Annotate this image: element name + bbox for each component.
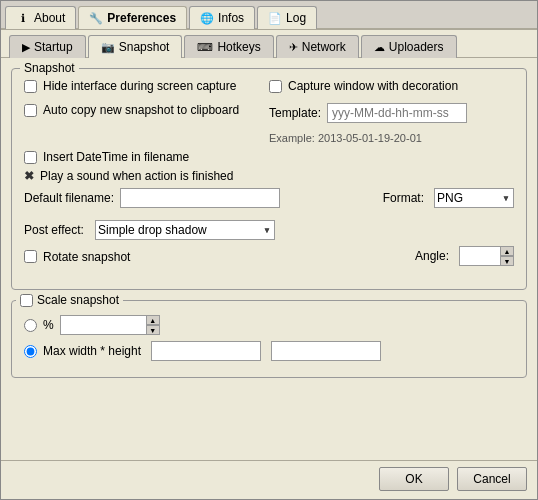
ok-button[interactable]: OK (379, 467, 449, 491)
cancel-button[interactable]: Cancel (457, 467, 527, 491)
play-sound-label: Play a sound when action is finished (40, 169, 233, 183)
snapshot-group-title: Snapshot (20, 61, 79, 75)
angle-up-button[interactable]: ▲ (500, 246, 514, 256)
bottom-bar: OK Cancel (1, 460, 537, 499)
auto-copy-label: Auto copy new snapshot to clipboard (43, 103, 239, 117)
capture-window-row: Capture window with decoration (269, 79, 458, 93)
right-template: Template: Example: 2013-05-01-19-20-01 (269, 103, 514, 145)
tab-hotkeys-label: Hotkeys (217, 40, 260, 54)
percent-up-button[interactable]: ▲ (146, 315, 160, 325)
auto-copy-row: Auto copy new snapshot to clipboard (24, 103, 269, 117)
main-window: ℹ About 🔧 Preferences 🌐 Infos 📄 Log ▶ St… (0, 0, 538, 500)
template-input[interactable] (327, 103, 467, 123)
angle-label: Angle: (415, 249, 449, 263)
example-text: Example: 2013-05-01-19-20-01 (269, 131, 514, 145)
hide-interface-label: Hide interface during screen capture (43, 79, 236, 93)
second-tab-bar: ▶ Startup 📷 Snapshot ⌨ Hotkeys ✈ Network… (1, 30, 537, 58)
preferences-icon: 🔧 (89, 11, 103, 25)
snapshot-group: Snapshot Hide interface during screen ca… (11, 68, 527, 290)
tab-snapshot[interactable]: 📷 Snapshot (88, 35, 183, 58)
infos-icon: 🌐 (200, 11, 214, 25)
tab-network[interactable]: ✈ Network (276, 35, 359, 58)
scale-snapshot-group: Scale snapshot % 100 ▲ ▼ Max width * hei… (11, 300, 527, 378)
row-autocopy-template: Auto copy new snapshot to clipboard Temp… (24, 103, 514, 145)
post-effect-label: Post effect: (24, 223, 89, 237)
log-icon: 📄 (268, 11, 282, 25)
insert-datetime-checkbox[interactable] (24, 151, 37, 164)
max-width-radio[interactable] (24, 345, 37, 358)
template-row: Template: (269, 103, 514, 123)
scale-snapshot-label: Scale snapshot (37, 293, 119, 307)
percent-label: % (43, 318, 54, 332)
uploaders-icon: ☁ (374, 41, 385, 54)
height-input[interactable]: 600 (271, 341, 381, 361)
percent-spinner-buttons: ▲ ▼ (146, 315, 160, 335)
post-effect-select[interactable]: Simple drop shadow None Border (95, 220, 275, 240)
rotate-snapshot-label: Rotate snapshot (43, 250, 130, 264)
post-effect-row: Post effect: Simple drop shadow None Bor… (24, 220, 514, 240)
insert-datetime-label: Insert DateTime in filename (43, 150, 189, 164)
left-hide: Hide interface during screen capture (24, 79, 269, 98)
filename-input[interactable]: editor (120, 188, 280, 208)
tab-snapshot-label: Snapshot (119, 40, 170, 54)
tab-log-label: Log (286, 11, 306, 25)
post-effect-wrapper: Simple drop shadow None Border ▼ (95, 220, 275, 240)
hide-interface-row: Hide interface during screen capture (24, 79, 269, 93)
tab-uploaders[interactable]: ☁ Uploaders (361, 35, 457, 58)
scale-group-title: Scale snapshot (16, 293, 123, 307)
left-autocopy: Auto copy new snapshot to clipboard (24, 103, 269, 122)
network-icon: ✈ (289, 41, 298, 54)
capture-window-checkbox[interactable] (269, 80, 282, 93)
tab-infos-label: Infos (218, 11, 244, 25)
percent-down-button[interactable]: ▼ (146, 325, 160, 335)
angle-spinner-buttons: ▲ ▼ (500, 246, 514, 266)
filename-label: Default filename: (24, 191, 114, 205)
top-tab-bar: ℹ About 🔧 Preferences 🌐 Infos 📄 Log (1, 1, 537, 30)
tab-startup[interactable]: ▶ Startup (9, 35, 86, 58)
about-icon: ℹ (16, 11, 30, 25)
hide-interface-checkbox[interactable] (24, 80, 37, 93)
filename-row: Default filename: editor (24, 188, 375, 208)
example-label: Example: 2013-05-01-19-20-01 (269, 132, 422, 144)
tab-hotkeys[interactable]: ⌨ Hotkeys (184, 35, 273, 58)
tab-about[interactable]: ℹ About (5, 6, 76, 29)
percent-spinner: 100 ▲ ▼ (60, 315, 160, 335)
rotate-snapshot-checkbox[interactable] (24, 250, 37, 263)
right-capture: Capture window with decoration (269, 79, 514, 98)
row-hide-capture: Hide interface during screen capture Cap… (24, 79, 514, 98)
tab-preferences-label: Preferences (107, 11, 176, 25)
angle-spinner: 0 ▲ ▼ (459, 246, 514, 266)
play-sound-row: ✖ Play a sound when action is finished (24, 169, 514, 183)
main-content: Snapshot Hide interface during screen ca… (1, 58, 537, 460)
row-rotate-angle: Rotate snapshot Angle: 0 ▲ ▼ (24, 246, 514, 272)
tab-uploaders-label: Uploaders (389, 40, 444, 54)
angle-down-button[interactable]: ▼ (500, 256, 514, 266)
insert-datetime-row: Insert DateTime in filename (24, 150, 514, 164)
tab-preferences[interactable]: 🔧 Preferences (78, 6, 187, 29)
format-label: Format: (383, 191, 424, 205)
width-input[interactable]: 800 (151, 341, 261, 361)
format-select-wrapper: PNG JPG BMP ▼ (434, 188, 514, 208)
hotkeys-icon: ⌨ (197, 41, 213, 54)
tab-about-label: About (34, 11, 65, 25)
format-select[interactable]: PNG JPG BMP (434, 188, 514, 208)
startup-icon: ▶ (22, 41, 30, 54)
row-filename-format: Default filename: editor Format: PNG JPG… (24, 188, 514, 214)
tab-startup-label: Startup (34, 40, 73, 54)
percent-radio[interactable] (24, 319, 37, 332)
percent-input[interactable]: 100 (60, 315, 160, 335)
format-row: Format: PNG JPG BMP ▼ (383, 188, 514, 208)
play-sound-x: ✖ (24, 169, 34, 183)
auto-copy-checkbox[interactable] (24, 104, 37, 117)
percent-radio-row: % 100 ▲ ▼ (24, 315, 514, 335)
snapshot-icon: 📷 (101, 41, 115, 54)
tab-infos[interactable]: 🌐 Infos (189, 6, 255, 29)
max-width-label: Max width * height (43, 344, 141, 358)
rotate-snapshot-row: Rotate snapshot (24, 250, 130, 264)
template-label: Template: (269, 106, 321, 120)
tab-network-label: Network (302, 40, 346, 54)
max-width-radio-row: Max width * height 800 600 (24, 341, 514, 361)
scale-snapshot-checkbox[interactable] (20, 294, 33, 307)
tab-log[interactable]: 📄 Log (257, 6, 317, 29)
capture-window-label: Capture window with decoration (288, 79, 458, 93)
